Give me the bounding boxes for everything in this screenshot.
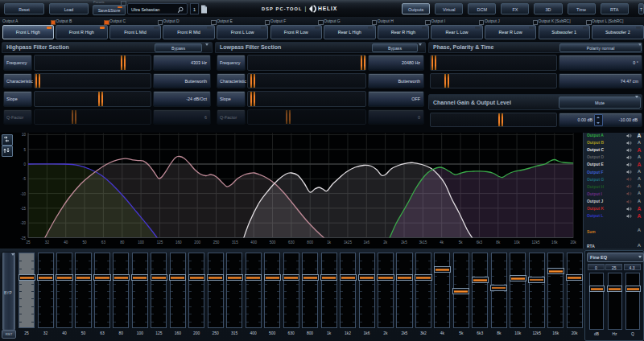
svg-text:-5: -5 — [23, 177, 26, 181]
svg-text:20k: 20k — [570, 240, 576, 244]
svg-text:1k25: 1k25 — [344, 240, 352, 244]
svg-text:5k: 5k — [459, 240, 464, 244]
svg-text:-15: -15 — [20, 207, 26, 211]
svg-text:16k: 16k — [551, 240, 558, 244]
svg-text:1k6: 1k6 — [364, 240, 370, 244]
svg-text:100: 100 — [138, 240, 144, 244]
svg-text:80: 80 — [120, 240, 125, 244]
svg-text:50: 50 — [83, 240, 88, 244]
svg-text:10: 10 — [22, 133, 27, 137]
svg-text:32: 32 — [45, 240, 50, 244]
svg-text:-10: -10 — [20, 192, 26, 196]
svg-text:500: 500 — [270, 240, 276, 244]
svg-text:800: 800 — [307, 240, 313, 244]
svg-text:2k: 2k — [383, 240, 388, 244]
svg-text:4k: 4k — [440, 240, 444, 244]
svg-text:125: 125 — [157, 240, 163, 244]
svg-text:63: 63 — [101, 240, 106, 244]
svg-text:-25: -25 — [20, 236, 26, 240]
svg-text:630: 630 — [288, 240, 295, 244]
svg-text:200: 200 — [194, 240, 200, 244]
svg-text:8k: 8k — [496, 240, 501, 244]
svg-text:1k: 1k — [327, 240, 332, 244]
svg-text:400: 400 — [250, 240, 257, 244]
svg-text:160: 160 — [175, 240, 182, 244]
svg-text:25: 25 — [26, 240, 31, 244]
svg-text:6k3: 6k3 — [477, 240, 483, 244]
svg-text:250: 250 — [213, 240, 220, 244]
svg-text:-20: -20 — [20, 221, 26, 225]
svg-text:40: 40 — [64, 240, 68, 244]
svg-text:10k: 10k — [514, 240, 520, 244]
svg-text:315: 315 — [232, 240, 238, 244]
svg-text:3k15: 3k15 — [419, 240, 427, 244]
svg-text:2k5: 2k5 — [401, 240, 407, 244]
svg-text:12k5: 12k5 — [532, 240, 540, 244]
